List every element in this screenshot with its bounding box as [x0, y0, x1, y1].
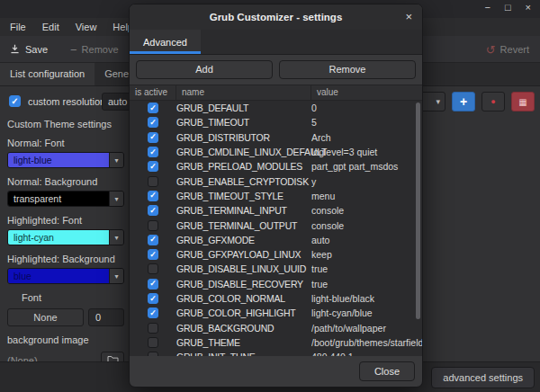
row-value: console	[311, 220, 422, 231]
row-active-checkbox[interactable]	[148, 220, 158, 231]
row-value: /boot/grub/themes/starfield	[311, 337, 422, 348]
table-row[interactable]: ✓ GRUB_DISABLE_RECOVERY true	[130, 277, 422, 291]
row-value: 0	[311, 102, 422, 113]
row-active-checkbox[interactable]: ✓	[148, 205, 158, 216]
row-active-checkbox[interactable]	[148, 263, 158, 274]
add-button[interactable]: Add	[136, 60, 273, 79]
table-row[interactable]: GRUB_THEME /boot/grub/themes/starfield	[130, 335, 422, 350]
highlighted-background-dropdown[interactable]: blue ▾	[7, 268, 124, 284]
row-name: GRUB_DISABLE_RECOVERY	[176, 279, 311, 290]
row-active-checkbox[interactable]	[148, 176, 158, 187]
font-label: Font	[22, 292, 124, 303]
minimize-icon[interactable]: −	[484, 2, 490, 13]
add-entry-button[interactable]: +	[452, 92, 475, 111]
row-active-checkbox[interactable]	[148, 352, 158, 356]
header-is-active[interactable]: is active	[130, 85, 176, 100]
font-chooser-button[interactable]: None	[7, 308, 84, 326]
row-active-checkbox[interactable]: ✓	[148, 293, 158, 304]
row-active-cell: ✓	[130, 249, 176, 260]
table-row[interactable]: ✓ GRUB_TIMEOUT_STYLE menu	[130, 189, 422, 203]
highlighted-font-dropdown[interactable]: light-cyan ▾	[7, 229, 124, 245]
table-row[interactable]: ✓ GRUB_PRELOAD_MODULES part_gpt part_msd…	[130, 159, 422, 174]
row-name: GRUB_THEME	[176, 337, 311, 348]
table-row[interactable]: GRUB_ENABLE_CRYPTODISK y	[130, 174, 422, 188]
dialog-buttons: Add Remove	[130, 55, 422, 85]
table-row[interactable]: ✓ GRUB_DEFAULT 0	[130, 101, 422, 115]
row-active-checkbox[interactable]: ✓	[148, 147, 158, 157]
row-value: /path/to/wallpaper	[311, 323, 422, 334]
font-size-spinner[interactable]: 0	[88, 308, 124, 326]
revert-button[interactable]: ↺ Revert	[481, 40, 535, 59]
table-row[interactable]: ✓ GRUB_DISTRIBUTOR Arch	[130, 130, 422, 145]
row-active-checkbox[interactable]: ✓	[148, 235, 158, 245]
red-dot-button[interactable]: ●	[482, 92, 505, 111]
remove-button-dialog[interactable]: Remove	[279, 60, 416, 79]
table-row[interactable]: GRUB_BACKGROUND /path/to/wallpaper	[130, 320, 422, 334]
header-value[interactable]: value	[311, 85, 422, 100]
table-row[interactable]: ✓ GRUB_TERMINAL_INPUT console	[130, 203, 422, 218]
row-active-checkbox[interactable]: ✓	[148, 117, 158, 128]
row-active-checkbox[interactable]: ✓	[148, 279, 158, 290]
save-button[interactable]: Save	[4, 40, 53, 59]
row-active-checkbox[interactable]	[148, 337, 158, 348]
row-name: GRUB_DISTRIBUTOR	[176, 132, 311, 143]
table-row[interactable]: GRUB_INIT_TUNE 480 440 1	[130, 350, 422, 356]
red-grid-button[interactable]: ▦	[511, 92, 535, 111]
maximize-icon[interactable]: □	[505, 2, 511, 13]
row-name: GRUB_COLOR_NORMAL	[176, 293, 311, 304]
tab-list-configuration[interactable]: List configuration	[0, 63, 94, 85]
row-name: GRUB_DEFAULT	[176, 102, 311, 113]
row-active-checkbox[interactable]: ✓	[148, 102, 158, 113]
header-name[interactable]: name	[176, 85, 311, 100]
row-active-checkbox[interactable]: ✓	[148, 191, 158, 201]
row-value: Arch	[311, 132, 422, 143]
row-value: true	[311, 263, 422, 274]
tab-advanced[interactable]: Advanced	[130, 30, 201, 54]
row-name: GRUB_BACKGROUND	[176, 323, 311, 334]
scrollbar-thumb[interactable]	[416, 102, 420, 319]
row-name: GRUB_CMDLINE_LINUX_DEFAULT	[176, 147, 311, 157]
row-active-cell	[130, 337, 176, 348]
table-row[interactable]: ✓ GRUB_COLOR_HIGHLIGHT light-cyan/blue	[130, 306, 422, 320]
highlighted-font-value: light-cyan	[8, 230, 109, 245]
normal-font-dropdown[interactable]: light-blue ▾	[7, 152, 124, 168]
save-icon	[9, 43, 21, 57]
table-row[interactable]: GRUB_TERMINAL_OUTPUT console	[130, 218, 422, 232]
table-row[interactable]: ✓ GRUB_GFXMODE auto	[130, 233, 422, 247]
remove-button[interactable]: − Remove	[65, 40, 124, 59]
advanced-settings-button[interactable]: advanced settings	[431, 367, 535, 388]
row-active-checkbox[interactable]: ✓	[148, 132, 158, 143]
table-row[interactable]: GRUB_DISABLE_LINUX_UUID true	[130, 262, 422, 276]
row-value: true	[311, 279, 422, 290]
highlighted-font-label: Highlighted: Font	[7, 215, 124, 226]
row-active-cell	[130, 176, 176, 187]
table-row[interactable]: ✓ GRUB_GFXPAYLOAD_LINUX keep	[130, 247, 422, 262]
row-value: 5	[311, 117, 422, 128]
normal-font-value: light-blue	[8, 153, 109, 167]
dialog-close-icon[interactable]: ×	[405, 4, 412, 29]
table-row[interactable]: ✓ GRUB_TIMEOUT 5	[130, 115, 422, 129]
scrollbar[interactable]	[414, 101, 422, 356]
row-name: GRUB_PRELOAD_MODULES	[176, 161, 311, 172]
row-value: light-blue/black	[311, 293, 422, 304]
custom-theme-panel: Custom Theme settings Normal: Font light…	[0, 115, 131, 370]
table-row[interactable]: ✓ GRUB_CMDLINE_LINUX_DEFAULT loglevel=3 …	[130, 145, 422, 159]
row-name: GRUB_TIMEOUT	[176, 117, 311, 128]
custom-resolution-checkbox[interactable]: ✓	[9, 95, 21, 107]
row-value: auto	[311, 235, 422, 245]
red-dot-icon: ●	[490, 97, 495, 106]
close-button[interactable]: Close	[359, 361, 415, 381]
close-icon[interactable]: ×	[526, 2, 531, 13]
menu-file[interactable]: File	[2, 20, 34, 34]
row-active-checkbox[interactable]	[148, 323, 158, 334]
menu-view[interactable]: View	[68, 20, 105, 34]
chevron-down-icon: ▾	[109, 192, 123, 206]
row-active-checkbox[interactable]: ✓	[148, 249, 158, 260]
normal-background-dropdown[interactable]: transparent ▾	[7, 191, 124, 207]
row-active-checkbox[interactable]: ✓	[148, 161, 158, 172]
row-active-cell: ✓	[130, 161, 176, 172]
menu-edit[interactable]: Edit	[34, 20, 68, 34]
table-row[interactable]: ✓ GRUB_COLOR_NORMAL light-blue/black	[130, 291, 422, 306]
dialog-tabstrip: Advanced	[130, 30, 422, 55]
row-active-checkbox[interactable]: ✓	[148, 307, 158, 318]
